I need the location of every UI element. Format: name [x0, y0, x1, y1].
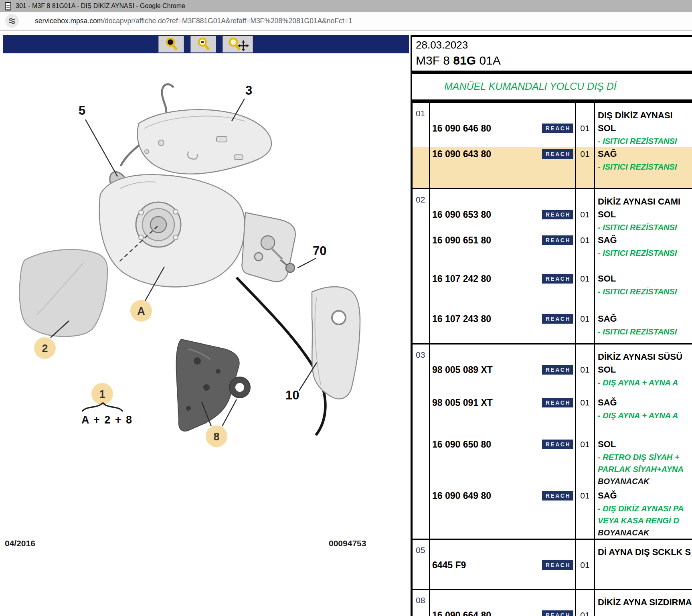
part-number-cell[interactable]: 16 090 646 80REACH [430, 122, 575, 135]
part-number-cell[interactable]: 16 090 651 80REACH [430, 233, 575, 247]
description-cell: - RETRO DIŞ SİYAH + [595, 451, 692, 463]
part-number-cell [430, 540, 575, 558]
zoom-out-button[interactable] [190, 36, 216, 53]
part-number[interactable]: 16 090 651 80 [432, 235, 491, 246]
reach-badge[interactable]: REACH [542, 610, 573, 616]
description-cell [595, 389, 692, 396]
part-number[interactable]: 16 090 649 80 [432, 490, 491, 501]
part-note: BOYANACAK [598, 477, 650, 486]
section-number [413, 515, 429, 527]
part-number[interactable]: 16 107 242 80 [432, 274, 491, 284]
part-number[interactable]: 98 005 089 XT [432, 365, 493, 375]
table-section-02: 02DİKİZ AYNASI CAMI16 090 653 80REACH01S… [413, 189, 692, 344]
part-row[interactable]: 16 107 242 80REACH01SOL [413, 272, 692, 286]
part-number[interactable]: 16 107 243 80 [432, 314, 491, 324]
part-row[interactable]: 16 090 653 80REACH01SOL [413, 208, 692, 221]
callout-3: 3 [245, 83, 252, 97]
part-number[interactable]: 16 090 650 80 [432, 439, 491, 450]
reach-badge[interactable]: REACH [542, 560, 573, 570]
header-row: 02DİKİZ AYNASI CAMI [413, 189, 692, 208]
quantity [576, 527, 594, 539]
reach-badge[interactable]: REACH [542, 314, 573, 324]
figure-subtitle: MANÜEL KUMANDALI YOLCU DIŞ Dİ [412, 74, 692, 99]
quantity: 01 [576, 208, 594, 221]
part-number-cell [430, 161, 575, 173]
part-note: - ISITICI REZİSTANSI [598, 249, 677, 257]
part-row[interactable]: 16 090 643 80REACH01SAĞ [413, 147, 692, 161]
reach-badge[interactable]: REACH [542, 124, 573, 133]
note-row: - ISITICI REZİSTANSI [413, 286, 692, 298]
part-number-cell[interactable]: 16 090 650 80REACH [430, 438, 575, 451]
pad-row [413, 421, 692, 438]
part-number-cell [430, 189, 575, 208]
callout-70: 70 [313, 244, 326, 258]
zoom-pan-button[interactable] [223, 36, 253, 53]
part-row[interactable]: 16 090 649 80REACH01SAĞ [413, 489, 692, 503]
reach-badge[interactable]: REACH [542, 440, 573, 449]
quantity [576, 338, 594, 343]
figure-subtitle-box: MANÜEL KUMANDALI YOLCU DIŞ Dİ [411, 72, 692, 101]
part-number-cell[interactable]: 16 107 242 80REACH [430, 272, 575, 286]
section-title: DIŞ DİKİZ AYNASI [598, 110, 673, 121]
note-row: BOYANACAK [413, 475, 692, 487]
reach-badge[interactable]: REACH [542, 365, 573, 375]
part-number-cell [430, 344, 575, 363]
site-info-icon[interactable] [5, 14, 19, 28]
reach-badge[interactable]: REACH [542, 274, 573, 284]
description-cell [595, 558, 692, 572]
part-number-cell[interactable]: 6445 F9REACH [430, 558, 575, 572]
part-number[interactable]: 16 090 646 80 [432, 123, 491, 134]
reach-badge[interactable]: REACH [542, 398, 573, 407]
part-row[interactable]: 98 005 089 XTREACH01SOL [413, 363, 692, 377]
part-number-cell [430, 409, 575, 421]
part-row[interactable]: 16 090 664 80REACH01 [413, 608, 692, 616]
reach-badge[interactable]: REACH [542, 149, 573, 159]
section-number [413, 451, 429, 463]
part-number-cell[interactable]: 98 005 091 XTREACH [430, 396, 575, 409]
reach-badge[interactable]: REACH [542, 491, 573, 500]
part-number-cell [430, 421, 575, 438]
zoom-in-button[interactable] [158, 36, 184, 53]
diagram-toolbar [3, 35, 409, 53]
part-row[interactable]: 16 090 651 80REACH01SAĞ [413, 233, 692, 247]
part-row[interactable]: 98 005 091 XTREACH01SAĞ [413, 396, 692, 409]
reach-badge[interactable]: REACH [542, 210, 573, 219]
part-number-cell[interactable]: 16 090 643 80REACH [430, 147, 575, 161]
part-number-cell[interactable]: 16 090 653 80REACH [430, 208, 575, 221]
part-row[interactable]: 6445 F9REACH01 [413, 558, 692, 572]
description-cell [595, 608, 692, 616]
description-cell: SAĞ [595, 396, 692, 409]
part-number-cell[interactable]: 16 107 243 80REACH [430, 312, 575, 326]
part-number[interactable]: 16 090 643 80 [432, 149, 491, 160]
reach-badge[interactable]: REACH [542, 235, 573, 245]
quantity [576, 326, 594, 338]
callout-2: 2 [42, 342, 48, 355]
address-bar[interactable]: servicebox.mpsa.com/docapvpr/affiche.do?… [0, 12, 692, 30]
part-row[interactable]: 16 090 646 80REACH01SOL [413, 122, 692, 135]
part-number[interactable]: 98 005 091 XT [432, 397, 493, 408]
section-number: 01 [413, 103, 429, 122]
part-note: - ISITICI REZİSTANSI [598, 223, 677, 232]
callout-5: 5 [79, 103, 85, 118]
section-number [413, 286, 429, 298]
description-cell [595, 421, 692, 438]
quantity: 01 [576, 122, 594, 135]
part-number-cell [430, 572, 575, 589]
url-text[interactable]: servicebox.mpsa.com/docapvpr/affiche.do?… [35, 17, 352, 25]
section-number [413, 233, 429, 247]
document-date: 28.03.2023 [416, 39, 692, 51]
part-number-cell[interactable]: 16 090 664 80REACH [430, 608, 575, 616]
part-row[interactable]: 16 107 243 80REACH01SAĞ [413, 312, 692, 326]
part-row[interactable]: 16 090 650 80REACH01SOL [413, 438, 692, 451]
part-number[interactable]: 16 090 653 80 [432, 209, 491, 220]
part-number-cell [430, 221, 575, 233]
diagram-part-mount-foot [242, 213, 295, 282]
part-number-cell[interactable]: 16 090 649 80REACH [430, 489, 575, 503]
diagram-part-mirror-body [99, 174, 245, 287]
window-title: 301 - M3F 8 81G01A - DIŞ DİKİZ AYNASI - … [16, 2, 185, 10]
part-number[interactable]: 16 090 664 80 [432, 610, 491, 616]
section-number [413, 438, 429, 451]
part-number[interactable]: 6445 F9 [432, 560, 466, 571]
part-number-cell [430, 259, 575, 272]
part-number-cell[interactable]: 98 005 089 XTREACH [430, 363, 575, 377]
